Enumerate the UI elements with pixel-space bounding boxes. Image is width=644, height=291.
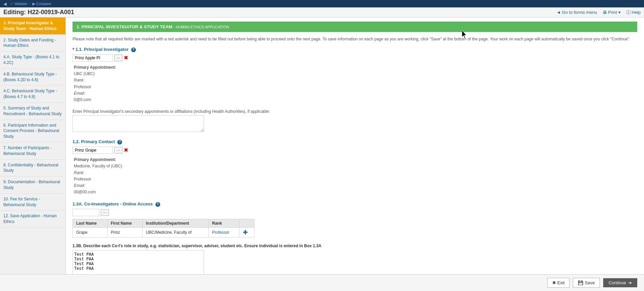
pc-details: Primary Appointment: Medicine, Faculty o… bbox=[74, 157, 637, 195]
sidebar-item-item-10[interactable]: 10. Fee for Service - Behavioural Study bbox=[0, 194, 65, 211]
top-bar: ◀ ✓ Validate | ▶ Compare bbox=[0, 0, 644, 7]
pi-dots-button[interactable]: ··· bbox=[114, 55, 122, 61]
sidebar-item-item-12[interactable]: 12. Save Application - Human Ethics bbox=[0, 211, 65, 228]
table-row: Grape Prinz UBC/Medicine, Faculty of Pro… bbox=[73, 228, 255, 237]
co-inv-help-icon[interactable]: ? bbox=[155, 202, 160, 207]
exit-button[interactable]: ✖ Exit bbox=[547, 278, 570, 288]
co-inv-role-label: 1.3B. Describe each Co-I's role in study… bbox=[72, 244, 637, 248]
pi-remove-button[interactable]: ✖ bbox=[124, 55, 128, 61]
continue-button[interactable]: Continue ➔ bbox=[603, 278, 637, 287]
sidebar-item-item-6[interactable]: 6. Participant Information and Consent P… bbox=[0, 120, 65, 142]
sidebar-item-item-5[interactable]: 5. Summary of Study and Recruitment - Be… bbox=[0, 103, 65, 120]
cell-last-name: Grape bbox=[73, 228, 108, 237]
remove-row-button[interactable]: ✚ bbox=[243, 229, 248, 235]
co-investigators-section: 1.3A. Co-Investigators - Online Access ?… bbox=[72, 201, 637, 237]
col-first-name: First Name bbox=[107, 219, 142, 228]
action-bar: ✖ Exit 💾 Save Continue ➔ bbox=[0, 274, 644, 291]
cell-rank: Professor bbox=[209, 228, 239, 237]
help-link[interactable]: ⓘ Help bbox=[626, 9, 641, 15]
secondary-appointments-input[interactable] bbox=[72, 115, 204, 132]
co-inv-input[interactable] bbox=[72, 209, 99, 216]
sidebar: 1. Principal Investigator & Study Team -… bbox=[0, 18, 66, 274]
compare-btn[interactable]: ▶ Compare bbox=[32, 2, 51, 6]
header-actions: ◄ Go to forms menu 🖶 Print ▾ ⓘ Help bbox=[556, 9, 641, 15]
co-inv-label: 1.3A. Co-Investigators - Online Access ? bbox=[72, 201, 637, 207]
sidebar-item-item-9[interactable]: 9. Documentation - Behavioural Study bbox=[0, 176, 65, 194]
continue-arrow-icon: ➔ bbox=[628, 280, 632, 285]
sidebar-item-item-1[interactable]: 1. Principal Investigator & Study Team -… bbox=[0, 18, 65, 35]
co-inv-input-row: ··· bbox=[72, 209, 637, 216]
pi-label: * 1.1. Principal Investigator ? bbox=[72, 47, 637, 52]
save-icon: 💾 bbox=[578, 280, 583, 285]
sidebar-item-item-4a[interactable]: 4.A. Study Type - (Boxes 4.1 to 4.2C) bbox=[0, 52, 65, 69]
pi-input-row: ··· ✖ bbox=[72, 54, 637, 62]
co-inv-role-input[interactable]: Test PAA Test PAA Test PAA Test PAA bbox=[72, 250, 204, 274]
pc-remove-button[interactable]: ✖ bbox=[124, 148, 128, 153]
co-inv-role-section: 1.3B. Describe each Co-I's role in study… bbox=[72, 244, 637, 274]
main-layout: 1. Principal Investigator & Study Team -… bbox=[0, 18, 644, 274]
save-button[interactable]: 💾 Save bbox=[573, 278, 600, 288]
validate-btn[interactable]: ✓ Validate bbox=[10, 2, 27, 6]
secondary-appointments-label: Enter Principal Investigator's secondary… bbox=[72, 109, 637, 114]
go-to-forms-menu-link[interactable]: ◄ Go to forms menu bbox=[556, 10, 597, 15]
help-icon: ⓘ bbox=[626, 10, 631, 15]
cell-remove[interactable]: ✚ bbox=[239, 228, 254, 237]
pc-dots-button[interactable]: ··· bbox=[114, 147, 122, 154]
sidebar-item-item-4c[interactable]: 4.C. Behavioural Study Type - (Boxes 4.7… bbox=[0, 86, 65, 103]
cell-first-name: Prinz bbox=[107, 228, 142, 237]
pi-help-icon[interactable]: ? bbox=[131, 47, 136, 52]
pc-input-row: ··· ✖ bbox=[72, 147, 637, 154]
co-inv-dots-button[interactable]: ··· bbox=[101, 209, 109, 216]
sidebar-toggle-btn[interactable]: ◀ bbox=[3, 1, 7, 7]
page-header: Editing: H22-00919-A001 ◄ Go to forms me… bbox=[0, 7, 644, 18]
secondary-appointments-section: Enter Principal Investigator's secondary… bbox=[72, 109, 637, 133]
primary-contact-section: 1.2. Primary Contact ? ··· ✖ Primary App… bbox=[72, 139, 637, 195]
pc-help-icon[interactable]: ? bbox=[117, 140, 122, 144]
col-action bbox=[239, 219, 254, 228]
pc-label: 1.2. Primary Contact ? bbox=[72, 139, 637, 144]
content-area: 1. PRINCIPAL INVESTIGATOR & STUDY TEAM -… bbox=[66, 18, 644, 274]
info-text: Please note that all required fields are… bbox=[72, 36, 637, 42]
sidebar-item-item-4b[interactable]: 4.B. Behavioural Study Type - (Boxes 4.2… bbox=[0, 69, 65, 86]
sidebar-item-item-8[interactable]: 8. Confidentiality - Behavioural Study bbox=[0, 160, 65, 177]
print-link[interactable]: 🖶 Print ▾ bbox=[603, 10, 621, 15]
sidebar-item-item-7[interactable]: 7. Number of Participants - Behavioural … bbox=[0, 142, 65, 160]
pi-details: Primary Appointment: UBC (UBC) Rank: Pro… bbox=[74, 64, 637, 103]
exit-icon: ✖ bbox=[552, 280, 556, 285]
pi-input[interactable] bbox=[72, 54, 113, 62]
page-title: Editing: H22-00919-A001 bbox=[3, 9, 74, 16]
section-header: 1. PRINCIPAL INVESTIGATOR & STUDY TEAM -… bbox=[72, 22, 637, 32]
print-icon: 🖶 bbox=[603, 10, 607, 15]
principal-investigator-section: * 1.1. Principal Investigator ? ··· ✖ Pr… bbox=[72, 47, 637, 103]
co-inv-table: Last Name First Name Institution/Departm… bbox=[72, 219, 255, 237]
cell-institution: UBC/Medicine, Faculty of bbox=[142, 228, 208, 237]
pc-input[interactable] bbox=[72, 147, 113, 154]
col-institution: Institution/Department bbox=[142, 219, 208, 228]
col-last-name: Last Name bbox=[73, 219, 108, 228]
sidebar-item-item-2[interactable]: 2. Study Dates and Funding - Human Ethic… bbox=[0, 35, 65, 52]
col-rank: Rank bbox=[209, 219, 239, 228]
